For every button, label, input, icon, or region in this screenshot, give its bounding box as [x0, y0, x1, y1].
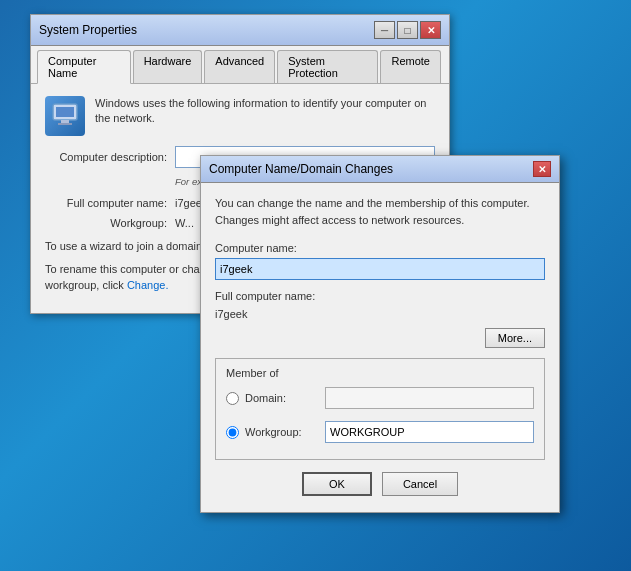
member-of-box: Member of Domain: Workgroup: [215, 358, 545, 460]
maximize-button[interactable]: □ [397, 21, 418, 39]
dialog-content: You can change the name and the membersh… [201, 183, 559, 512]
workgroup-value: W... [175, 217, 194, 229]
computer-icon [45, 96, 85, 136]
dialog-description: You can change the name and the membersh… [215, 195, 545, 228]
fullname-label: Full computer name: [45, 197, 175, 209]
tab-system-protection[interactable]: System Protection [277, 50, 378, 83]
svg-rect-2 [61, 120, 69, 123]
sys-info-text: Windows uses the following information t… [95, 96, 435, 127]
workgroup-radio-label: Workgroup: [245, 426, 325, 438]
change-link[interactable]: Change. [127, 279, 169, 291]
domain-changes-dialog: Computer Name/Domain Changes ✕ You can c… [200, 155, 560, 513]
close-button[interactable]: ✕ [420, 21, 441, 39]
computer-name-label: Computer name: [215, 242, 545, 254]
svg-rect-3 [58, 123, 72, 125]
workgroup-radio[interactable] [226, 426, 239, 439]
titlebar-controls: ─ □ ✕ [374, 21, 441, 39]
member-of-label: Member of [226, 367, 534, 379]
domain-radio-row: Domain: [226, 387, 534, 409]
more-button[interactable]: More... [485, 328, 545, 348]
domain-radio-label: Domain: [245, 392, 325, 404]
minimize-button[interactable]: ─ [374, 21, 395, 39]
domain-input[interactable] [325, 387, 534, 409]
full-computer-name-value: i7geek [215, 308, 545, 320]
domain-radio[interactable] [226, 392, 239, 405]
system-info-row: Windows uses the following information t… [45, 96, 435, 136]
workgroup-input[interactable] [325, 421, 534, 443]
tabs-bar: Computer Name Hardware Advanced System P… [31, 46, 449, 84]
system-properties-titlebar: System Properties ─ □ ✕ [31, 15, 449, 46]
full-computer-name-label: Full computer name: [215, 290, 545, 302]
tab-computer-name[interactable]: Computer Name [37, 50, 131, 84]
computer-name-input[interactable] [215, 258, 545, 280]
workgroup-radio-row: Workgroup: [226, 421, 534, 443]
system-properties-title: System Properties [39, 23, 137, 37]
dialog-title: Computer Name/Domain Changes [209, 162, 393, 176]
tab-advanced[interactable]: Advanced [204, 50, 275, 83]
dialog-close-button[interactable]: ✕ [533, 161, 551, 177]
desc-label: Computer description: [45, 151, 175, 163]
dialog-buttons: OK Cancel [215, 472, 545, 500]
dialog-titlebar: Computer Name/Domain Changes ✕ [201, 156, 559, 183]
tab-hardware[interactable]: Hardware [133, 50, 203, 83]
ok-button[interactable]: OK [302, 472, 372, 496]
cancel-button[interactable]: Cancel [382, 472, 458, 496]
tab-remote[interactable]: Remote [380, 50, 441, 83]
workgroup-label: Workgroup: [45, 217, 175, 229]
more-button-row: More... [215, 328, 545, 348]
svg-rect-1 [56, 107, 74, 117]
